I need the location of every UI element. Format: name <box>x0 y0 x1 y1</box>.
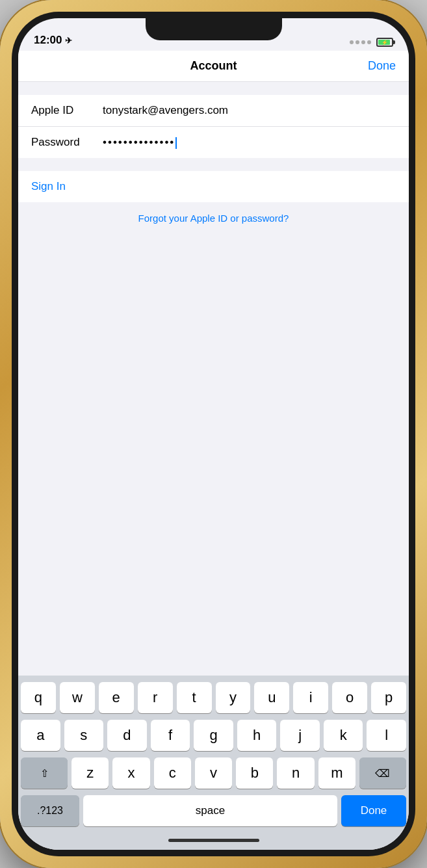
key-q[interactable]: q <box>21 682 56 713</box>
status-time: 12:00 ✈ <box>34 34 72 47</box>
apple-id-label: Apple ID <box>31 104 103 117</box>
key-t[interactable]: t <box>177 682 212 713</box>
signal-dots <box>350 40 371 44</box>
key-p[interactable]: p <box>371 682 406 713</box>
password-label: Password <box>31 136 103 149</box>
key-o[interactable]: o <box>332 682 367 713</box>
keyboard-row-2: a s d f g h j k l <box>21 720 406 751</box>
key-b[interactable]: b <box>236 757 273 789</box>
password-value: •••••••••••••• <box>103 136 175 148</box>
sign-in-button[interactable]: Sign In <box>18 171 409 202</box>
home-bar <box>168 839 259 842</box>
apple-id-field[interactable]: tonystark@avengers.com <box>103 104 396 117</box>
key-e[interactable]: e <box>99 682 134 713</box>
section-sep-top <box>18 82 409 95</box>
key-a[interactable]: a <box>21 720 60 751</box>
key-w[interactable]: w <box>60 682 95 713</box>
form-section: Apple ID tonystark@avengers.com Password… <box>18 95 409 158</box>
key-l[interactable]: l <box>367 720 406 751</box>
nav-bar: Account Done <box>18 51 409 82</box>
battery-icon: ⚡ <box>376 38 393 47</box>
key-j[interactable]: j <box>280 720 320 751</box>
phone-frame: 12:00 ✈ ⚡ <box>0 0 427 868</box>
shift-key[interactable]: ⇧ <box>21 757 68 789</box>
key-h[interactable]: h <box>237 720 277 751</box>
signal-dot-1 <box>350 40 354 44</box>
keyboard-done-key[interactable]: Done <box>341 795 406 826</box>
key-k[interactable]: k <box>324 720 363 751</box>
done-button[interactable]: Done <box>363 59 396 73</box>
notch <box>146 18 282 40</box>
key-y[interactable]: y <box>216 682 251 713</box>
key-r[interactable]: r <box>138 682 173 713</box>
lightning-icon: ⚡ <box>382 40 388 46</box>
empty-area <box>18 235 409 676</box>
numbers-key[interactable]: .?123 <box>21 795 79 826</box>
key-g[interactable]: g <box>194 720 233 751</box>
key-z[interactable]: z <box>71 757 109 789</box>
key-n[interactable]: n <box>277 757 314 789</box>
backspace-key[interactable]: ⌫ <box>359 757 406 789</box>
key-x[interactable]: x <box>112 757 149 789</box>
key-i[interactable]: i <box>293 682 328 713</box>
space-key[interactable]: space <box>83 795 337 826</box>
key-u[interactable]: u <box>254 682 289 713</box>
signal-dot-3 <box>361 40 365 44</box>
password-row: Password •••••••••••••• <box>18 127 409 158</box>
key-c[interactable]: c <box>154 757 191 789</box>
forgot-link[interactable]: Forgot your Apple ID or password? <box>138 213 289 224</box>
action-section: Sign In <box>18 171 409 202</box>
keyboard: q w e r t y u i o p a s <box>18 676 409 830</box>
time-display: 12:00 <box>34 34 62 47</box>
apple-id-row: Apple ID tonystark@avengers.com <box>18 95 409 127</box>
key-m[interactable]: m <box>318 757 356 789</box>
location-icon: ✈ <box>65 36 72 46</box>
signal-dot-2 <box>356 40 359 44</box>
signal-dot-4 <box>367 40 371 44</box>
keyboard-row-1: q w e r t y u i o p <box>21 682 406 713</box>
nav-title: Account <box>64 59 363 73</box>
phone-inner: 12:00 ✈ ⚡ <box>12 12 415 856</box>
phone-screen: 12:00 ✈ ⚡ <box>18 18 409 850</box>
key-f[interactable]: f <box>151 720 190 751</box>
keyboard-row-3: ⇧ z x c v b n m ⌫ <box>21 757 406 789</box>
key-d[interactable]: d <box>107 720 147 751</box>
content-area: Apple ID tonystark@avengers.com Password… <box>18 82 409 850</box>
home-indicator <box>18 830 409 850</box>
keyboard-row-4: .?123 space Done <box>21 795 406 826</box>
key-v[interactable]: v <box>195 757 232 789</box>
key-s[interactable]: s <box>64 720 104 751</box>
status-icons: ⚡ <box>350 38 393 47</box>
text-cursor <box>175 137 177 149</box>
password-field[interactable]: •••••••••••••• <box>103 136 396 149</box>
forgot-section: Forgot your Apple ID or password? <box>18 202 409 235</box>
